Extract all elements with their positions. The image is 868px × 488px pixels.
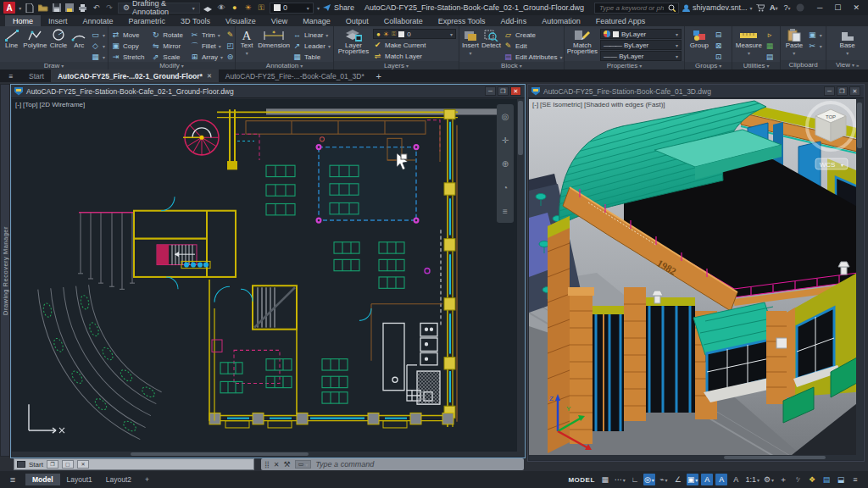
search-box[interactable] bbox=[594, 3, 679, 14]
object-color-dropdown[interactable]: ByLayer▾ bbox=[600, 29, 682, 39]
visual-style-control[interactable]: [2D Wireframe] bbox=[39, 101, 85, 108]
tab-output[interactable]: Output bbox=[338, 15, 376, 26]
layout2-tab[interactable]: Layout2 bbox=[99, 474, 138, 485]
vertical-scrollbar[interactable] bbox=[517, 99, 524, 457]
search-input[interactable] bbox=[598, 3, 665, 13]
panel-label-view[interactable]: View▾» bbox=[826, 60, 868, 69]
bulb-on-icon[interactable]: ● bbox=[230, 3, 240, 13]
tab-view[interactable]: View bbox=[264, 15, 295, 26]
stretch-button[interactable]: ⇥Stretch bbox=[111, 52, 144, 62]
command-grip-icon[interactable]: ⣿ bbox=[264, 461, 270, 469]
table-button[interactable]: ▦Table bbox=[292, 52, 331, 62]
window-restore-button[interactable]: ❐ bbox=[498, 86, 509, 96]
isodraft-toggle[interactable]: ⌁▾ bbox=[658, 474, 670, 485]
quick-calc-icon[interactable]: ▤ bbox=[765, 52, 774, 62]
command-line[interactable]: ⣿ ✕ ⚒ ▭ ▾ Type a command bbox=[261, 458, 524, 470]
showmotion-icon[interactable]: ≡ bbox=[503, 207, 508, 216]
navigation-bar[interactable]: ◎ ✛ ⊕ ◔ ≡ bbox=[497, 104, 514, 223]
account-menu[interactable]: shiyamdev.snt...▾ bbox=[682, 3, 752, 12]
group-button[interactable]: Group bbox=[687, 28, 711, 49]
workspace-gear-icon[interactable]: ⚙▾ bbox=[763, 474, 775, 485]
offset-icon[interactable]: ⊜ bbox=[225, 52, 235, 62]
file-tab-ground-floor[interactable]: AutoCAD-FY25_Fire-...02-1_Ground-Floor* … bbox=[51, 69, 219, 82]
text-button[interactable]: A Text▾ bbox=[238, 28, 255, 56]
panel-label-clipboard[interactable]: Clipboard bbox=[781, 60, 826, 69]
save-icon[interactable] bbox=[52, 3, 62, 13]
annotation-visibility-toggle[interactable]: A bbox=[701, 474, 713, 485]
lock-icon[interactable]: ⚿ bbox=[256, 3, 266, 13]
linear-dim-button[interactable]: ↔Linear▾ bbox=[292, 30, 331, 40]
tab-collaborate[interactable]: Collaborate bbox=[376, 15, 431, 26]
linetype-dropdown[interactable]: — —ByLayer▾ bbox=[600, 51, 682, 61]
units-icon[interactable]: °∕ bbox=[792, 474, 804, 485]
ellipse-tool-icon[interactable]: ◇▾ bbox=[91, 41, 105, 51]
maximize-button[interactable]: ☐ bbox=[834, 3, 841, 12]
erase-icon[interactable]: ✎ bbox=[225, 30, 235, 40]
drawing-recovery-palette[interactable]: Drawing Recovery Manager bbox=[0, 84, 10, 457]
view-control[interactable]: [SE Isometric] bbox=[540, 101, 582, 108]
window-close-button[interactable]: ✕ bbox=[510, 86, 521, 96]
layer-walk-icon[interactable] bbox=[203, 3, 214, 13]
redo-icon[interactable]: ↷ bbox=[104, 3, 114, 13]
explode-icon[interactable]: ◰ bbox=[225, 41, 235, 51]
autoscale-toggle[interactable]: A bbox=[715, 474, 727, 485]
fillet-button[interactable]: ⌒Fillet▾ bbox=[190, 41, 223, 51]
tab-3d-tools[interactable]: 3D Tools bbox=[173, 15, 218, 26]
measure-button[interactable]: Measure▾ bbox=[735, 28, 762, 56]
canvas-2d[interactable]: [-] [Top] [2D Wireframe] ◎ ✛ ⊕ ◔ ≡ bbox=[12, 99, 524, 457]
copy-button[interactable]: ▣Copy bbox=[111, 41, 144, 51]
notification-icon[interactable] bbox=[795, 3, 805, 13]
file-tab-menu-icon[interactable]: ≡ bbox=[0, 69, 22, 82]
window-minimize-button[interactable]: ─ bbox=[824, 86, 835, 96]
view-control[interactable]: [Top] bbox=[23, 101, 37, 108]
id-point-icon[interactable]: ▦ bbox=[765, 41, 774, 51]
dimension-button[interactable]: ✶ Dimension bbox=[258, 28, 290, 49]
tab-express-tools[interactable]: Express Tools bbox=[431, 15, 493, 26]
model-space-badge[interactable]: MODEL bbox=[568, 476, 594, 484]
graphics-performance-icon[interactable]: ▤ bbox=[821, 474, 832, 485]
customization-menu-icon[interactable]: ≡ bbox=[849, 474, 861, 485]
horizontal-scrollbar[interactable] bbox=[529, 455, 856, 460]
isolate-objects-icon[interactable]: ❖ bbox=[806, 474, 818, 485]
trim-button[interactable]: ✂Trim▾ bbox=[190, 30, 223, 40]
window-restore-button[interactable]: ❐ bbox=[837, 86, 848, 96]
line-button[interactable]: Line bbox=[3, 28, 20, 49]
layer-dropdown[interactable]: ● ☀ ⚿ 0 ▾ bbox=[373, 29, 456, 39]
grid-display-toggle[interactable]: ▦ bbox=[599, 474, 611, 485]
move-button[interactable]: ⇄Move bbox=[111, 30, 144, 40]
file-tab-start[interactable]: Start bbox=[22, 69, 51, 82]
customize-wrench-icon[interactable]: ⚒ bbox=[284, 460, 291, 469]
minimize-button[interactable]: ─ bbox=[817, 3, 822, 12]
hatch-tool-icon[interactable]: ▦▾ bbox=[91, 52, 105, 62]
eye-icon[interactable]: 👁 bbox=[216, 3, 226, 13]
tab-featured-apps[interactable]: Featured Apps bbox=[588, 15, 654, 26]
scale-button[interactable]: ⇗Scale bbox=[151, 52, 183, 62]
quick-layer-dropdown[interactable]: 0 ▾ bbox=[270, 3, 314, 14]
copy-clip-icon[interactable]: ▣▾ bbox=[808, 30, 822, 40]
annotation-scale-icon[interactable]: A bbox=[730, 474, 742, 485]
ungroup-icon[interactable]: ⊟ bbox=[714, 30, 723, 40]
lineweight-dropdown[interactable]: ———ByLayer▾ bbox=[600, 40, 682, 50]
group-edit-icon[interactable]: ⊠ bbox=[714, 41, 723, 51]
qat-expand-caret[interactable]: ▾ bbox=[317, 5, 320, 11]
panel-label-block[interactable]: Block▾ bbox=[459, 62, 564, 69]
object-snap-toggle[interactable]: ▣▾ bbox=[687, 474, 699, 485]
tab-parametric[interactable]: Parametric bbox=[121, 15, 174, 26]
share-button[interactable]: Share bbox=[323, 3, 354, 12]
ortho-toggle[interactable]: ∟ bbox=[629, 474, 641, 485]
help-icon[interactable]: ?▾ bbox=[782, 3, 793, 13]
tab-manage[interactable]: Manage bbox=[295, 15, 338, 26]
orbit-icon[interactable]: ◔ bbox=[503, 183, 508, 192]
tab-annotate[interactable]: Annotate bbox=[75, 15, 121, 26]
tab-home[interactable]: Home bbox=[5, 15, 41, 26]
app-menu-caret[interactable]: ▾ bbox=[19, 5, 21, 11]
rectangle-tool-icon[interactable]: ▭▾ bbox=[91, 30, 105, 40]
bulb-sun-icon[interactable]: ☀ bbox=[243, 3, 253, 13]
snap-mode-toggle[interactable]: ⋯▾ bbox=[614, 474, 626, 485]
group-select-icon[interactable]: ⊡ bbox=[714, 52, 723, 62]
visual-style-control[interactable]: [Shaded with edges (Fast)] bbox=[584, 101, 665, 108]
command-close-icon[interactable]: ✕ bbox=[274, 461, 280, 469]
array-button[interactable]: ⊞Array▾ bbox=[190, 52, 223, 62]
panel-label-layers[interactable]: Layers▾ bbox=[334, 61, 459, 69]
polar-tracking-toggle[interactable]: ◎▾ bbox=[643, 474, 655, 485]
